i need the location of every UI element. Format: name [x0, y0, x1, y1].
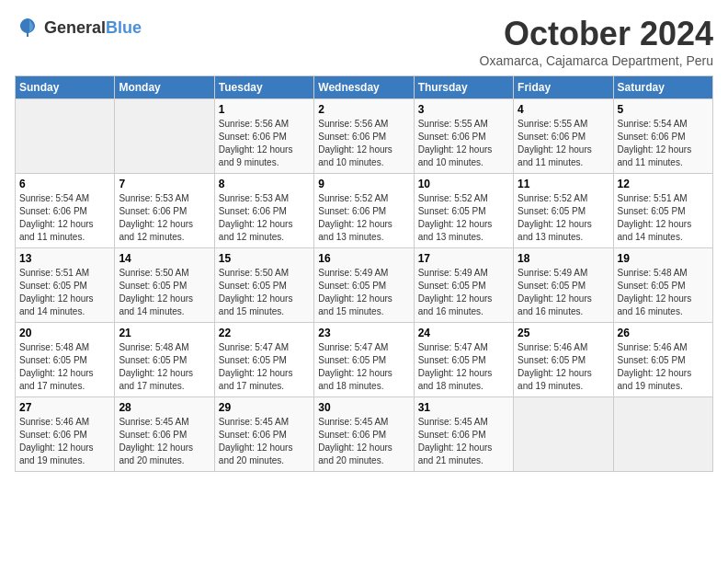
daylight-text: Daylight: 12 hours and 13 minutes.	[518, 219, 592, 242]
day-detail: Sunrise: 5:54 AMSunset: 6:06 PMDaylight:…	[19, 192, 110, 244]
table-row	[16, 99, 115, 174]
day-number: 7	[119, 178, 210, 190]
table-row: 3Sunrise: 5:55 AMSunset: 6:06 PMDaylight…	[414, 99, 513, 174]
table-row: 7Sunrise: 5:53 AMSunset: 6:06 PMDaylight…	[115, 174, 214, 248]
day-number: 1	[219, 103, 310, 116]
daylight-text: Daylight: 12 hours and 18 minutes.	[418, 368, 493, 391]
table-row: 22Sunrise: 5:47 AMSunset: 6:05 PMDayligh…	[214, 323, 313, 397]
day-number: 27	[19, 401, 110, 414]
day-number: 24	[418, 327, 509, 339]
table-row: 20Sunrise: 5:48 AMSunset: 6:05 PMDayligh…	[16, 323, 115, 397]
day-number: 15	[219, 252, 310, 265]
daylight-text: Daylight: 12 hours and 13 minutes.	[318, 219, 392, 242]
sunrise-text: Sunrise: 5:55 AM	[518, 119, 587, 129]
sunrise-text: Sunrise: 5:46 AM	[518, 342, 587, 352]
sunset-text: Sunset: 6:06 PM	[119, 206, 187, 216]
daylight-text: Daylight: 12 hours and 19 minutes.	[618, 368, 692, 391]
table-row: 15Sunrise: 5:50 AMSunset: 6:05 PMDayligh…	[214, 248, 313, 323]
sunset-text: Sunset: 6:06 PM	[318, 132, 386, 142]
table-row: 18Sunrise: 5:49 AMSunset: 6:05 PMDayligh…	[514, 248, 613, 323]
sunset-text: Sunset: 6:05 PM	[219, 355, 287, 365]
sunrise-text: Sunrise: 5:51 AM	[618, 193, 688, 203]
day-detail: Sunrise: 5:49 AMSunset: 6:05 PMDaylight:…	[418, 267, 509, 318]
table-row: 11Sunrise: 5:52 AMSunset: 6:05 PMDayligh…	[514, 174, 613, 248]
sunrise-text: Sunrise: 5:52 AM	[418, 193, 488, 203]
sunrise-text: Sunrise: 5:51 AM	[19, 268, 89, 278]
day-number: 28	[119, 401, 210, 414]
table-row	[115, 99, 214, 174]
daylight-text: Daylight: 12 hours and 12 minutes.	[119, 219, 193, 242]
sunset-text: Sunset: 6:06 PM	[219, 132, 287, 142]
daylight-text: Daylight: 12 hours and 20 minutes.	[119, 442, 193, 465]
day-detail: Sunrise: 5:52 AMSunset: 6:05 PMDaylight:…	[518, 192, 609, 244]
day-number: 6	[19, 178, 110, 190]
daylight-text: Daylight: 12 hours and 10 minutes.	[418, 144, 493, 167]
location-subtitle: Oxamarca, Cajamarca Department, Peru	[480, 53, 713, 68]
sunrise-text: Sunrise: 5:48 AM	[618, 268, 688, 278]
day-number: 8	[219, 178, 310, 190]
day-number: 31	[418, 401, 509, 414]
logo-icon	[15, 15, 40, 40]
daylight-text: Daylight: 12 hours and 14 minutes.	[119, 293, 193, 316]
header-saturday: Saturday	[613, 76, 712, 99]
day-detail: Sunrise: 5:50 AMSunset: 6:05 PMDaylight:…	[119, 267, 210, 318]
title-block: October 2024 Oxamarca, Cajamarca Departm…	[480, 15, 713, 68]
day-detail: Sunrise: 5:49 AMSunset: 6:05 PMDaylight:…	[518, 267, 609, 318]
table-row: 21Sunrise: 5:48 AMSunset: 6:05 PMDayligh…	[115, 323, 214, 397]
daylight-text: Daylight: 12 hours and 17 minutes.	[19, 368, 94, 391]
day-detail: Sunrise: 5:52 AMSunset: 6:06 PMDaylight:…	[318, 192, 409, 244]
table-row: 6Sunrise: 5:54 AMSunset: 6:06 PMDaylight…	[16, 174, 115, 248]
day-number: 11	[518, 178, 609, 190]
day-number: 12	[618, 178, 709, 190]
logo-blue: Blue	[106, 18, 142, 37]
table-row: 9Sunrise: 5:52 AMSunset: 6:06 PMDaylight…	[314, 174, 414, 248]
daylight-text: Daylight: 12 hours and 11 minutes.	[19, 219, 94, 242]
sunset-text: Sunset: 6:05 PM	[318, 355, 386, 365]
day-detail: Sunrise: 5:46 AMSunset: 6:05 PMDaylight:…	[518, 341, 609, 393]
day-number: 29	[219, 401, 310, 414]
sunrise-text: Sunrise: 5:56 AM	[219, 119, 289, 129]
day-detail: Sunrise: 5:55 AMSunset: 6:06 PMDaylight:…	[518, 118, 609, 169]
day-detail: Sunrise: 5:45 AMSunset: 6:06 PMDaylight:…	[219, 416, 310, 467]
sunrise-text: Sunrise: 5:47 AM	[318, 342, 388, 352]
daylight-text: Daylight: 12 hours and 20 minutes.	[219, 442, 293, 465]
daylight-text: Daylight: 12 hours and 17 minutes.	[219, 368, 293, 391]
sunset-text: Sunset: 6:06 PM	[219, 206, 287, 216]
day-number: 17	[418, 252, 509, 265]
day-number: 10	[418, 178, 509, 190]
table-row: 2Sunrise: 5:56 AMSunset: 6:06 PMDaylight…	[314, 99, 414, 174]
table-row	[514, 397, 613, 472]
table-row: 27Sunrise: 5:46 AMSunset: 6:06 PMDayligh…	[16, 397, 115, 472]
sunrise-text: Sunrise: 5:47 AM	[219, 342, 289, 352]
daylight-text: Daylight: 12 hours and 16 minutes.	[418, 293, 493, 316]
day-detail: Sunrise: 5:47 AMSunset: 6:05 PMDaylight:…	[318, 341, 409, 393]
day-number: 26	[618, 327, 709, 339]
daylight-text: Daylight: 12 hours and 13 minutes.	[418, 219, 493, 242]
day-detail: Sunrise: 5:46 AMSunset: 6:06 PMDaylight:…	[19, 416, 110, 467]
sunset-text: Sunset: 6:05 PM	[119, 281, 187, 291]
calendar-week-row: 27Sunrise: 5:46 AMSunset: 6:06 PMDayligh…	[16, 397, 713, 472]
sunrise-text: Sunrise: 5:45 AM	[318, 417, 388, 427]
sunrise-text: Sunrise: 5:49 AM	[518, 268, 587, 278]
table-row: 24Sunrise: 5:47 AMSunset: 6:05 PMDayligh…	[414, 323, 513, 397]
header-sunday: Sunday	[16, 76, 115, 99]
table-row: 8Sunrise: 5:53 AMSunset: 6:06 PMDaylight…	[214, 174, 313, 248]
day-detail: Sunrise: 5:45 AMSunset: 6:06 PMDaylight:…	[318, 416, 409, 467]
day-detail: Sunrise: 5:51 AMSunset: 6:05 PMDaylight:…	[618, 192, 709, 244]
table-row: 28Sunrise: 5:45 AMSunset: 6:06 PMDayligh…	[115, 397, 214, 472]
day-detail: Sunrise: 5:55 AMSunset: 6:06 PMDaylight:…	[418, 118, 509, 169]
day-detail: Sunrise: 5:45 AMSunset: 6:06 PMDaylight:…	[119, 416, 210, 467]
day-number: 13	[19, 252, 110, 265]
header-friday: Friday	[514, 76, 613, 99]
sunrise-text: Sunrise: 5:52 AM	[518, 193, 587, 203]
daylight-text: Daylight: 12 hours and 14 minutes.	[618, 219, 692, 242]
sunrise-text: Sunrise: 5:54 AM	[618, 119, 688, 129]
day-detail: Sunrise: 5:46 AMSunset: 6:05 PMDaylight:…	[618, 341, 709, 393]
sunset-text: Sunset: 6:06 PM	[418, 132, 486, 142]
day-number: 23	[318, 327, 409, 339]
day-number: 4	[518, 103, 609, 116]
day-detail: Sunrise: 5:45 AMSunset: 6:06 PMDaylight:…	[418, 416, 509, 467]
day-number: 30	[318, 401, 409, 414]
day-detail: Sunrise: 5:48 AMSunset: 6:05 PMDaylight:…	[618, 267, 709, 318]
day-number: 19	[618, 252, 709, 265]
